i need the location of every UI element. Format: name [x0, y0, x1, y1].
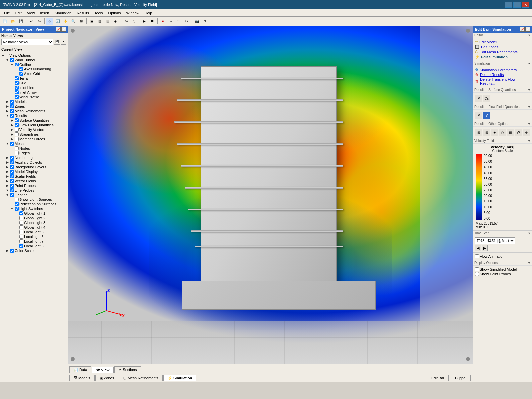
tb-screenshot[interactable]: 📷 [193, 18, 200, 25]
tree-toggle-28[interactable]: ▶ [5, 184, 9, 188]
tree-toggle-23[interactable]: ▶ [5, 160, 9, 164]
tb-persp[interactable]: ◈ [112, 18, 119, 25]
flow-animation-checkbox[interactable] [475, 254, 479, 258]
corner-handle-tr[interactable] [466, 29, 470, 33]
tree-checkbox-14[interactable] [15, 118, 19, 122]
tree-item-17[interactable]: ▶Streamlines [1, 132, 67, 137]
tree-checkbox-9[interactable] [15, 95, 19, 99]
tree-checkbox-23[interactable] [10, 160, 14, 164]
tree-item-28[interactable]: ▶Point Probes [1, 183, 67, 188]
tree-checkbox-28[interactable] [10, 184, 14, 188]
tree-item-27[interactable]: ▶Vector Fields [1, 179, 67, 183]
tree-checkbox-10[interactable] [10, 100, 14, 104]
tree-toggle-10[interactable]: ▶ [5, 100, 9, 104]
tree-toggle-26[interactable]: ▶ [5, 174, 9, 178]
tb-settings[interactable]: ⚙ [201, 18, 208, 25]
tree-checkbox-4[interactable] [19, 72, 23, 76]
tb-stop[interactable]: ⏹ [149, 18, 156, 25]
tb-pan[interactable]: ✋ [62, 18, 69, 25]
time-step-next[interactable]: ▶ [482, 245, 488, 251]
tree-item-34[interactable]: Global light 1 [1, 211, 67, 216]
time-step-collapse[interactable]: ▼ [528, 232, 531, 235]
tab-view[interactable]: 👁 View [92, 367, 114, 373]
tree-toggle-29[interactable]: ▼ [5, 188, 9, 192]
tree-item-36[interactable]: Global light 3 [1, 220, 67, 225]
menu-edit[interactable]: Edit [13, 10, 24, 16]
tb-top[interactable]: ▤ [104, 18, 111, 25]
tree-item-33[interactable]: ▼Light Switches [1, 206, 67, 211]
panel-close-button[interactable]: ✕ [61, 27, 66, 32]
edit-mesh-link[interactable]: Edit Mesh Refinements [480, 50, 518, 54]
tab-zones[interactable]: ▣ Zones [95, 375, 119, 381]
results-flow-collapse[interactable]: ▼ [528, 105, 531, 109]
time-step-select[interactable]: T078 - 43.51 [s], Master [475, 237, 515, 244]
other-btn-5[interactable]: ▦ [507, 129, 514, 136]
menu-file[interactable]: File [1, 10, 13, 16]
tree-toggle-30[interactable]: ▼ [5, 193, 9, 197]
tree-item-30[interactable]: ▼Lighting [1, 193, 67, 197]
other-btn-3[interactable]: ◈ [491, 129, 498, 136]
tb-open[interactable]: 📂 [9, 18, 17, 25]
delete-transient-link[interactable]: Delete Transient Flow Results... [480, 77, 530, 85]
tree-toggle-17[interactable]: ▶ [10, 132, 14, 136]
edit-zones-link[interactable]: Edit Zones [481, 45, 499, 49]
tree-checkbox-36[interactable] [19, 221, 23, 225]
edit-model-link[interactable]: Edit Model [479, 40, 497, 44]
edit-sim-label[interactable]: Edit Simulation [481, 55, 508, 59]
tree-checkbox-42[interactable] [10, 249, 14, 253]
tb-front[interactable]: ▣ [88, 18, 95, 25]
tree-checkbox-35[interactable] [19, 216, 23, 220]
tree-checkbox-22[interactable] [10, 156, 14, 160]
other-btn-4[interactable]: ⬡ [499, 129, 506, 136]
tree-toggle-11[interactable]: ▶ [5, 104, 9, 108]
tb-rotate[interactable]: 🔄 [54, 18, 61, 25]
tb-play[interactable]: ▶ [141, 18, 148, 25]
tab-mesh-refinements[interactable]: ⬡ Mesh Refinements [119, 375, 163, 381]
tree-toggle-19[interactable]: ▼ [5, 142, 9, 146]
close-button[interactable]: ✕ [522, 2, 529, 8]
tree-item-42[interactable]: ▶Color Scale [1, 248, 67, 253]
tree-checkbox-31[interactable] [15, 198, 19, 201]
tree-item-7[interactable]: Inlet Line [1, 85, 67, 90]
tree-checkbox-33[interactable] [15, 207, 19, 211]
named-views-save[interactable]: 💾 [54, 39, 60, 45]
tree-checkbox-34[interactable] [19, 211, 23, 215]
tree-checkbox-5[interactable] [15, 76, 19, 80]
tree-checkbox-26[interactable] [10, 174, 14, 178]
tb-vector[interactable]: → [167, 18, 174, 25]
show-point-probes-checkbox[interactable] [475, 272, 479, 276]
viewport[interactable]: Z X 📊 Data 👁 View ✂ Sections [68, 26, 473, 373]
tree-item-19[interactable]: ▼Mesh [1, 141, 67, 146]
tree-checkbox-15[interactable] [15, 123, 19, 127]
velocity-field-collapse[interactable]: ▼ [528, 139, 531, 143]
tab-data[interactable]: 📊 Data [69, 366, 91, 373]
tree-toggle-25[interactable]: ▶ [5, 170, 9, 174]
tree-item-15[interactable]: ▶Flow Field Quantities [1, 123, 67, 127]
tree-item-18[interactable]: ▶Member Forces [1, 137, 67, 141]
flow-v-button[interactable]: V [483, 112, 490, 119]
tree-item-35[interactable]: Global light 2 [1, 216, 67, 220]
tree-item-5[interactable]: Terrain [1, 76, 67, 81]
tree-item-1[interactable]: ▼Wind Tunnel [1, 58, 67, 62]
tb-mesh[interactable]: ⬡ [130, 18, 138, 25]
tree-toggle-18[interactable]: ▶ [10, 137, 14, 141]
editor-collapse[interactable]: ▼ [528, 34, 531, 37]
tree-checkbox-6[interactable] [15, 81, 19, 85]
tree-checkbox-41[interactable] [19, 244, 23, 248]
tree-item-25[interactable]: ▶Model Display [1, 169, 67, 174]
tb-undo[interactable]: ↩ [28, 18, 35, 25]
pressure-button[interactable]: P [475, 95, 482, 102]
tree-toggle-33[interactable]: ▼ [10, 207, 14, 211]
tree-item-24[interactable]: ▶Background Layers [1, 165, 67, 169]
tree-toggle-16[interactable]: ▶ [10, 128, 14, 132]
menu-results[interactable]: Results [74, 10, 92, 16]
other-btn-7[interactable]: ⊛ [523, 129, 530, 136]
tree-item-32[interactable]: Reflection on Surfaces [1, 202, 67, 206]
tree-item-10[interactable]: ▶Models [1, 99, 67, 104]
simulation-collapse[interactable]: ▼ [528, 62, 531, 65]
tree-toggle-27[interactable]: ▶ [5, 179, 9, 183]
clipper-button[interactable]: Clipper [451, 375, 471, 381]
tb-zoom[interactable]: 🔍 [70, 18, 77, 25]
tb-contour[interactable]: ■ [159, 18, 166, 25]
tb-new[interactable]: 📄 [1, 18, 9, 25]
